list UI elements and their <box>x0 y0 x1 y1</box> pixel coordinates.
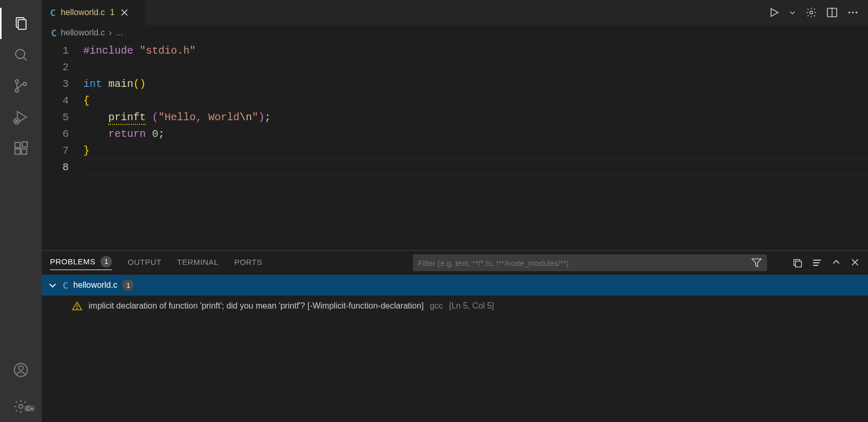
activity-accounts-icon[interactable] <box>0 354 42 386</box>
svg-point-23 <box>852 11 854 14</box>
problem-message: implicit declaration of function 'prinft… <box>89 301 424 311</box>
bottom-panel: PROBLEMS 1 OUTPUT TERMINAL PORTS <box>42 250 868 422</box>
editor-area: C helloworld.c 1 <box>42 0 868 422</box>
activity-bar: C+ <box>0 0 42 422</box>
breadcrumb-rest: ... <box>116 28 123 37</box>
breadcrumb-separator: › <box>109 28 111 37</box>
panel-close-icon[interactable] <box>850 258 860 268</box>
warning-icon <box>72 301 82 311</box>
panel-tabs: PROBLEMS 1 OUTPUT TERMINAL PORTS <box>42 251 868 275</box>
problems-file-count: 1 <box>122 279 134 291</box>
tab-problems-label: PROBLEMS <box>50 257 95 266</box>
collapse-all-icon[interactable] <box>792 258 802 268</box>
svg-rect-9 <box>15 143 20 148</box>
svg-point-6 <box>23 82 26 85</box>
tab-problems[interactable]: PROBLEMS 1 <box>50 256 112 270</box>
problems-list: C helloworld.c 1 implicit declaration of… <box>42 275 868 422</box>
c-file-icon: C <box>50 7 56 18</box>
panel-maximize-icon[interactable] <box>832 258 841 268</box>
chevron-down-icon <box>48 280 57 290</box>
view-as-list-icon[interactable] <box>812 258 822 268</box>
svg-point-35 <box>77 308 78 309</box>
code-content[interactable]: #include "stdio.h"int main(){ prinft ("H… <box>83 43 868 250</box>
problems-filter-input[interactable] <box>418 259 746 267</box>
tab-helloworld[interactable]: C helloworld.c 1 <box>42 0 146 25</box>
run-icon[interactable] <box>769 7 779 18</box>
breadcrumb-file: helloworld.c <box>61 28 105 37</box>
filter-funnel-icon[interactable] <box>751 258 762 268</box>
problem-source: gcc <box>430 301 443 311</box>
split-editor-icon[interactable] <box>826 7 838 18</box>
svg-point-14 <box>19 366 23 370</box>
svg-marker-18 <box>771 9 778 17</box>
svg-rect-1 <box>18 20 26 30</box>
activity-run-debug-icon[interactable] <box>0 101 42 133</box>
tab-filename: helloworld.c <box>61 8 105 17</box>
cpp-extension-badge: C+ <box>23 404 36 413</box>
problems-file-group[interactable]: C helloworld.c 1 <box>42 275 868 296</box>
svg-point-15 <box>19 404 23 408</box>
tab-close-icon[interactable] <box>120 8 129 17</box>
settings-gear-icon[interactable] <box>806 7 817 18</box>
tab-terminal[interactable]: TERMINAL <box>177 258 219 268</box>
breadcrumb[interactable]: C helloworld.c › ... <box>42 25 868 41</box>
run-dropdown-icon[interactable] <box>789 9 796 16</box>
svg-point-5 <box>15 89 18 92</box>
svg-marker-25 <box>752 259 761 267</box>
svg-rect-12 <box>22 142 28 147</box>
tab-modified-indicator: 1 <box>110 8 115 17</box>
svg-line-3 <box>23 57 27 60</box>
more-actions-icon[interactable] <box>847 7 859 18</box>
svg-point-4 <box>15 80 18 83</box>
svg-rect-27 <box>796 261 801 267</box>
c-file-icon: C <box>62 280 68 291</box>
tab-output[interactable]: OUTPUT <box>128 258 161 268</box>
problem-position: [Ln 5, Col 5] <box>449 301 494 311</box>
svg-point-22 <box>848 11 850 14</box>
tab-ports[interactable]: PORTS <box>234 258 262 268</box>
problems-count-badge: 1 <box>100 256 112 267</box>
activity-source-control-icon[interactable] <box>0 70 42 101</box>
problems-file-name: helloworld.c <box>73 280 117 290</box>
c-file-icon: C <box>51 28 57 39</box>
problem-item[interactable]: implicit declaration of function 'prinft… <box>42 296 868 316</box>
svg-rect-11 <box>21 149 27 154</box>
svg-point-19 <box>810 11 813 14</box>
editor-tabs: C helloworld.c 1 <box>42 0 868 25</box>
line-number-gutter: 12345678 <box>42 43 83 250</box>
svg-point-2 <box>16 49 25 59</box>
activity-search-icon[interactable] <box>0 39 42 70</box>
panel-actions <box>792 258 860 268</box>
svg-rect-10 <box>15 149 20 154</box>
activity-extensions-icon[interactable] <box>0 133 42 164</box>
code-editor[interactable]: 12345678 #include "stdio.h"int main(){ p… <box>42 41 868 250</box>
editor-actions <box>769 0 868 25</box>
activity-explorer-icon[interactable] <box>0 8 42 39</box>
svg-point-24 <box>856 11 858 14</box>
problems-filter[interactable] <box>413 254 767 271</box>
